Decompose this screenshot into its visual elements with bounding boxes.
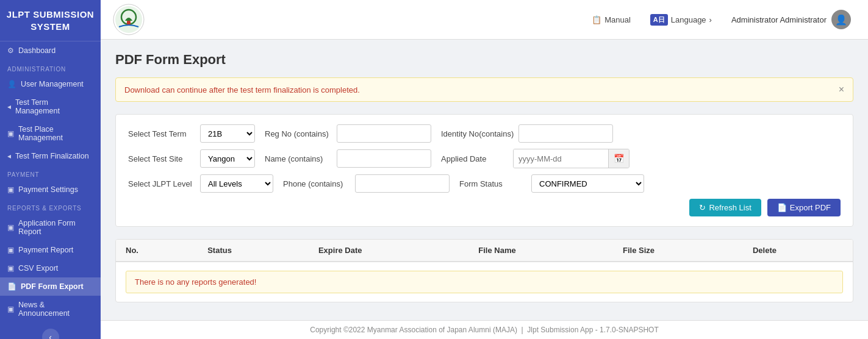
- identity-no-input[interactable]: [518, 124, 613, 143]
- sidebar-item-dashboard[interactable]: ⚙ Dashboard: [0, 41, 101, 60]
- flag-icon: ◂: [7, 102, 11, 111]
- payment-icon: ▣: [7, 185, 14, 194]
- sidebar-item-news-announcement[interactable]: ▣ News & Announcement: [0, 296, 101, 323]
- sidebar-item-test-term-management[interactable]: ◂ Test Term Management: [0, 93, 101, 120]
- reg-no-label: Reg No (contains): [265, 129, 332, 138]
- no-reports-row: There is no any reports generated!: [116, 262, 853, 302]
- user-info: Administrator Administrator 👤: [726, 7, 856, 32]
- reg-no-input[interactable]: [337, 124, 431, 143]
- language-button[interactable]: A日 Language ›: [645, 12, 717, 28]
- col-expire-date: Expire Date: [309, 240, 468, 262]
- sidebar-item-payment-settings[interactable]: ▣ Payment Settings: [0, 180, 101, 199]
- place-icon: ▣: [7, 129, 14, 138]
- content-area: PDF Form Export Download can continue af…: [101, 40, 868, 320]
- applied-date-group: Applied Date 📅: [441, 149, 629, 168]
- phone-label: Phone (contains): [283, 179, 350, 188]
- sidebar-item-csv-export[interactable]: ▣ CSV Export: [0, 259, 101, 277]
- table-body: There is no any reports generated!: [116, 262, 853, 302]
- col-delete: Delete: [743, 240, 853, 262]
- reg-no-group: Reg No (contains): [265, 124, 431, 143]
- test-site-select[interactable]: YangonMandalayNaypyitaw: [200, 149, 255, 168]
- col-no: No.: [116, 240, 198, 262]
- footer-version: Jlpt Submission App - 1.7.0-SNAPSHOT: [527, 326, 658, 334]
- form-status-group: Form Status CONFIRMEDPENDINGREJECTEDALL: [459, 174, 644, 193]
- sidebar-item-application-form-report[interactable]: ▣ Application Form Report: [0, 214, 101, 241]
- btn-actions: ↻ Refresh List 📄 Export PDF: [128, 199, 841, 216]
- phone-input[interactable]: [355, 174, 450, 193]
- news-icon: ▣: [7, 305, 14, 313]
- jlpt-level-label: Select JLPT Level: [128, 179, 195, 188]
- sidebar-item-user-management[interactable]: 👤 User Management: [0, 75, 101, 93]
- footer-copyright: Copyright ©2022 Myanmar Association of J…: [310, 326, 517, 334]
- lang-icon: A日: [650, 14, 668, 26]
- identity-no-group: Identity No(contains): [441, 124, 613, 143]
- sidebar-collapse-section: ‹: [0, 323, 101, 339]
- filter-row-2: Select Test Site YangonMandalayNaypyitaw…: [128, 149, 841, 168]
- header: 📋 Manual A日 Language › Administrator Adm…: [101, 0, 868, 40]
- avatar-icon: 👤: [835, 14, 847, 26]
- export-icon: 📄: [777, 203, 787, 212]
- col-status: Status: [198, 240, 309, 262]
- sidebar-item-test-place-management[interactable]: ▣ Test Place Management: [0, 120, 101, 147]
- main-content: 📋 Manual A日 Language › Administrator Adm…: [101, 0, 868, 339]
- sidebar-item-pdf-form-export[interactable]: 📄 PDF Form Export: [0, 277, 101, 296]
- results-table: No. Status Expire Date File Name File Si…: [116, 240, 853, 302]
- filter-row-1: Select Test Term 21B21A20B20A Reg No (co…: [128, 124, 841, 143]
- logo: [113, 4, 145, 35]
- name-group: Name (contains): [265, 149, 431, 168]
- page-title: PDF Form Export: [115, 52, 853, 68]
- section-label-administration: ADMINISTRATION: [0, 60, 101, 75]
- form-status-select[interactable]: CONFIRMEDPENDINGREJECTEDALL: [531, 174, 644, 193]
- sidebar-title: JLPT SUBMISSION SYSTEM: [0, 0, 101, 41]
- sidebar-item-payment-report[interactable]: ▣ Payment Report: [0, 241, 101, 259]
- phone-group: Phone (contains): [283, 174, 450, 193]
- finalization-icon: ◂: [7, 152, 11, 160]
- identity-no-label: Identity No(contains): [441, 129, 514, 138]
- jlpt-level-group: Select JLPT Level All LevelsN1N2N3N4N5: [128, 174, 273, 193]
- date-picker-button[interactable]: 📅: [608, 149, 629, 168]
- filter-row-3: Select JLPT Level All LevelsN1N2N3N4N5 P…: [128, 174, 841, 193]
- refresh-icon: ↻: [699, 203, 706, 212]
- user-icon: 👤: [7, 80, 16, 88]
- sidebar-item-test-term-finalization[interactable]: ◂ Test Term Finalization: [0, 147, 101, 165]
- pdf-icon: 📄: [7, 282, 16, 291]
- test-term-label: Select Test Term: [128, 129, 195, 138]
- name-input[interactable]: [337, 149, 431, 168]
- col-file-name: File Name: [468, 240, 613, 262]
- chevron-right-icon: ›: [709, 15, 712, 24]
- payment-report-icon: ▣: [7, 246, 14, 254]
- manual-button[interactable]: 📋 Manual: [587, 13, 636, 27]
- test-site-label: Select Test Site: [128, 154, 195, 163]
- dashboard-icon: ⚙: [7, 46, 14, 55]
- table-header: No. Status Expire Date File Name File Si…: [116, 240, 853, 262]
- csv-icon: ▣: [7, 264, 14, 273]
- refresh-list-button[interactable]: ↻ Refresh List: [689, 199, 761, 216]
- avatar: 👤: [831, 10, 851, 29]
- applied-date-input[interactable]: [514, 149, 608, 168]
- name-label: Name (contains): [265, 154, 332, 163]
- user-name: Administrator Administrator: [731, 15, 827, 24]
- filter-form: Select Test Term 21B21A20B20A Reg No (co…: [115, 114, 853, 227]
- test-term-select[interactable]: 21B21A20B20A: [200, 124, 255, 143]
- alert-message: Download can continue after the test ter…: [124, 85, 360, 95]
- sidebar: JLPT SUBMISSION SYSTEM ⚙ Dashboard ADMIN…: [0, 0, 101, 339]
- sidebar-collapse-button[interactable]: ‹: [42, 329, 59, 339]
- alert-close-button[interactable]: ×: [839, 84, 844, 95]
- no-reports-message: There is no any reports generated!: [126, 271, 843, 293]
- date-input-wrap: 📅: [513, 149, 629, 168]
- test-site-group: Select Test Site YangonMandalayNaypyitaw: [128, 149, 255, 168]
- app-form-icon: ▣: [7, 223, 14, 232]
- col-file-size: File Size: [613, 240, 743, 262]
- test-term-group: Select Test Term 21B21A20B20A: [128, 124, 255, 143]
- alert-banner: Download can continue after the test ter…: [115, 77, 853, 102]
- manual-icon: 📋: [592, 15, 601, 24]
- footer: Copyright ©2022 Myanmar Association of J…: [101, 320, 868, 339]
- section-label-payment: PAYMENT: [0, 165, 101, 180]
- report-table: No. Status Expire Date File Name File Si…: [115, 239, 853, 302]
- form-status-label: Form Status: [459, 179, 526, 188]
- applied-date-label: Applied Date: [441, 154, 508, 163]
- jlpt-level-select[interactable]: All LevelsN1N2N3N4N5: [200, 174, 273, 193]
- section-label-reports: REPORTS & EXPORTS: [0, 199, 101, 214]
- export-pdf-button[interactable]: 📄 Export PDF: [767, 199, 841, 216]
